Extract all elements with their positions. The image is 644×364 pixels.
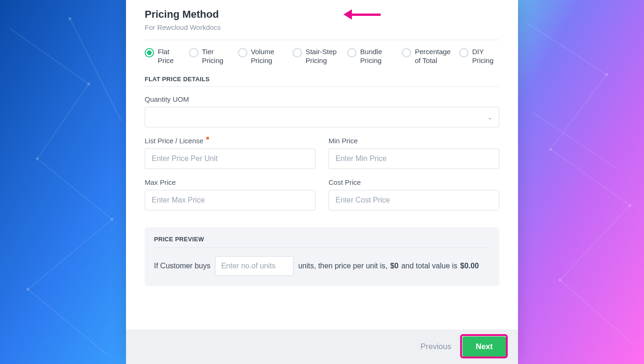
svg-line-16 <box>532 112 616 168</box>
cost-price-label: Cost Price <box>329 178 499 186</box>
radio-bundle-pricing[interactable]: Bundle Pricing <box>347 48 393 65</box>
radio-icon <box>293 48 302 57</box>
page-title: Pricing Method <box>145 8 499 21</box>
svg-line-5 <box>70 19 121 121</box>
radio-volume-pricing[interactable]: Volume Pricing <box>238 48 284 65</box>
radio-tier-pricing[interactable]: Tier Pricing <box>189 48 230 65</box>
wizard-footer: Previous Next <box>126 329 518 364</box>
price-preview-box: PRICE PREVIEW If Customer buys units, th… <box>145 227 499 286</box>
radio-label: Tier Pricing <box>202 48 230 65</box>
max-price-label: Max Price <box>145 178 315 186</box>
svg-point-9 <box>27 288 29 291</box>
svg-line-11 <box>527 23 607 75</box>
svg-point-10 <box>69 17 71 20</box>
preview-units-input[interactable] <box>215 256 294 276</box>
svg-point-6 <box>87 83 90 85</box>
svg-line-14 <box>560 205 630 280</box>
quantity-uom-label: Quantity UOM <box>145 95 499 103</box>
required-icon <box>206 137 209 140</box>
radio-icon <box>189 48 198 57</box>
radio-icon <box>347 48 357 57</box>
min-price-label: Min Price <box>329 137 499 145</box>
svg-line-15 <box>560 280 635 345</box>
radio-icon <box>238 48 247 57</box>
svg-point-18 <box>549 148 552 151</box>
svg-line-2 <box>37 159 112 219</box>
svg-point-7 <box>36 157 39 160</box>
svg-line-0 <box>9 28 89 84</box>
radio-icon <box>145 48 154 57</box>
svg-point-19 <box>629 204 631 207</box>
radio-icon <box>402 48 411 57</box>
preview-text: and total value is <box>401 262 457 270</box>
previous-button[interactable]: Previous <box>420 342 451 351</box>
radio-label: DIY Pricing <box>472 48 499 65</box>
svg-line-4 <box>28 289 107 355</box>
radio-stair-step-pricing[interactable]: Stair-Step Pricing <box>293 48 339 65</box>
svg-point-20 <box>559 279 561 281</box>
radio-label: Percentage of Total <box>415 48 451 65</box>
preview-text: If Customer buys <box>154 262 210 270</box>
radio-label: Stair-Step Pricing <box>306 48 339 65</box>
divider <box>145 86 499 87</box>
quantity-uom-select[interactable] <box>145 107 499 127</box>
radio-label: Bundle Pricing <box>360 48 393 65</box>
radio-diy-pricing[interactable]: DIY Pricing <box>459 48 499 65</box>
radio-icon <box>459 48 469 57</box>
radio-percentage-of-total[interactable]: Percentage of Total <box>402 48 451 65</box>
next-button[interactable]: Next <box>462 336 506 357</box>
cost-price-input[interactable] <box>329 190 499 210</box>
pricing-method-radio-group: Flat Price Tier Pricing Volume Pricing S… <box>145 48 499 65</box>
preview-per-unit-value: $0 <box>390 262 399 270</box>
list-price-label: List Price / License <box>145 137 203 145</box>
svg-line-3 <box>28 219 112 289</box>
svg-line-1 <box>37 84 89 159</box>
price-preview-heading: PRICE PREVIEW <box>154 236 490 243</box>
form-panel: Pricing Method For Rewcloud Workdocs Fla… <box>126 0 518 364</box>
divider <box>154 247 490 248</box>
radio-label: Flat Price <box>158 48 181 65</box>
svg-point-8 <box>111 218 113 221</box>
divider <box>145 40 499 40</box>
preview-total-value: $0.00 <box>460 262 479 270</box>
svg-line-12 <box>551 75 607 149</box>
max-price-input[interactable] <box>145 190 315 210</box>
radio-label: Volume Pricing <box>251 48 284 65</box>
radio-flat-price[interactable]: Flat Price <box>145 48 181 65</box>
page-subtitle: For Rewcloud Workdocs <box>145 23 499 31</box>
preview-text: units, then price per unit is, <box>298 262 387 270</box>
svg-line-13 <box>551 149 630 205</box>
flat-price-details-heading: FLAT PRICE DETAILS <box>145 76 499 83</box>
svg-point-17 <box>605 73 608 76</box>
min-price-input[interactable] <box>329 148 499 169</box>
list-price-input[interactable] <box>145 148 315 169</box>
